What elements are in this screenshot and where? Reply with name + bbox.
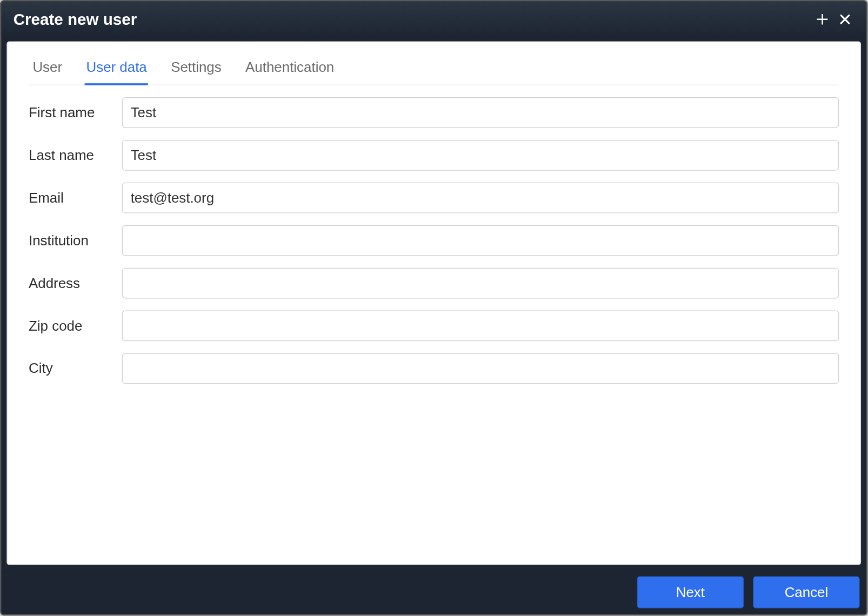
label-last-name: Last name (29, 147, 122, 163)
label-first-name: First name (29, 105, 122, 121)
city-input[interactable] (122, 353, 839, 384)
label-institution: Institution (29, 232, 122, 249)
row-email: Email (29, 183, 839, 213)
label-address: Address (29, 275, 122, 291)
dialog-titlebar: Create new user (1, 1, 866, 37)
email-input[interactable] (122, 183, 839, 213)
row-zip-code: Zip code (29, 311, 839, 342)
row-last-name: Last name (29, 140, 839, 171)
row-city: City (29, 353, 839, 384)
dialog-footer: Next Cancel (1, 570, 866, 614)
cancel-button[interactable]: Cancel (753, 577, 859, 608)
label-email: Email (29, 190, 122, 206)
label-zip-code: Zip code (29, 318, 122, 334)
row-address: Address (29, 268, 839, 299)
user-data-form: First name Last name Email Institution A (29, 97, 839, 396)
tab-authentication[interactable]: Authentication (244, 52, 336, 85)
tab-user[interactable]: User (31, 52, 64, 85)
zip-code-input[interactable] (122, 311, 839, 342)
row-institution: Institution (29, 225, 839, 256)
plus-icon[interactable] (813, 10, 832, 29)
label-city: City (29, 360, 122, 377)
institution-input[interactable] (122, 225, 839, 256)
tab-user-data[interactable]: User data (85, 52, 148, 85)
address-input[interactable] (122, 268, 839, 299)
dialog-create-new-user: Create new user User User data Settings … (0, 0, 867, 615)
first-name-input[interactable] (122, 97, 839, 128)
next-button[interactable]: Next (637, 577, 744, 608)
tab-settings[interactable]: Settings (170, 52, 223, 85)
last-name-input[interactable] (122, 140, 839, 171)
dialog-title: Create new user (14, 10, 809, 29)
close-icon[interactable] (836, 10, 854, 29)
row-first-name: First name (29, 97, 839, 128)
dialog-body: User User data Settings Authentication F… (6, 41, 861, 565)
tab-bar: User User data Settings Authentication (29, 52, 839, 85)
